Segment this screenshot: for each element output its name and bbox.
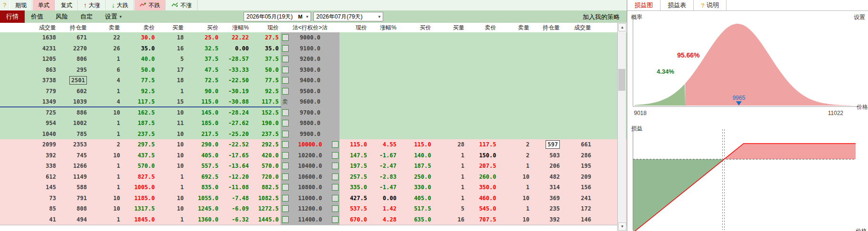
panel-tab-2[interactable]: 损益表 — [660, 0, 694, 10]
call-bid-price: 405.0 — [398, 193, 433, 204]
put-select-checkbox[interactable] — [281, 118, 290, 129]
put-last-price: 92.5 — [251, 86, 281, 97]
option-row-10200.0[interactable]: 39274510437.510405.0-17.65420.010200.014… — [0, 150, 627, 161]
nav-tab-1[interactable]: 行情 — [0, 10, 25, 23]
vertical-scrollbar[interactable]: ▲ ▼ — [617, 23, 626, 231]
option-row-9000.0[interactable]: 16386712230.01825.022.2227.59000.0 — [0, 32, 627, 43]
call-select-checkbox[interactable] — [330, 182, 340, 193]
call-last-price: 147.5 — [340, 150, 369, 161]
put-select-checkbox[interactable] — [281, 182, 290, 193]
put-select-checkbox[interactable] — [281, 193, 290, 204]
call-select-checkbox[interactable] — [330, 172, 340, 183]
strike-price: 9500.0 — [290, 86, 330, 97]
strike-column-header: 沽<行权价>沽 — [281, 23, 340, 32]
nav-tab-label: 价值 — [31, 12, 43, 21]
put-select-checkbox[interactable] — [281, 75, 290, 86]
toolbar-button-3[interactable]: 复式 — [55, 0, 78, 10]
call-open-interest: 392 — [531, 214, 562, 225]
put-change-percent: -12.20 — [220, 172, 251, 183]
put-select-checkbox[interactable] — [281, 150, 290, 161]
call-volume: 661 — [562, 139, 604, 150]
option-row-9700.0[interactable]: 72588610162.510145.0-28.24152.59700.0 — [0, 107, 627, 118]
option-row-11000.0[interactable]: 73791101185.0101055.0-7.481082.511000.04… — [0, 193, 627, 204]
toolbar-button-1[interactable]: 期现 — [9, 0, 32, 10]
scroll-up-arrow-icon[interactable]: ▲ — [618, 23, 626, 31]
call-select-checkbox[interactable] — [330, 150, 340, 161]
month-select-far[interactable]: 2026年07月(79天) ▼ — [313, 12, 383, 21]
call-select-checkbox[interactable] — [330, 161, 340, 172]
strike-price: 10000.0 — [290, 139, 330, 150]
strike-price: 9400.0 — [290, 75, 330, 86]
nav-tab-3[interactable]: 风险 — [49, 10, 74, 23]
option-row-9500.0[interactable]: 779602192.5190.0-30.1992.59500.0 — [0, 86, 627, 97]
put-ask-price: 187.5 — [122, 118, 157, 129]
put-select-checkbox[interactable] — [281, 129, 290, 140]
call-open-interest: 597 — [531, 139, 562, 150]
call-select-checkbox[interactable] — [330, 214, 340, 225]
checkbox-icon — [282, 56, 289, 62]
put-select-checkbox[interactable] — [281, 172, 290, 183]
call-select-checkbox[interactable] — [330, 203, 340, 214]
put-select-checkbox[interactable] — [281, 139, 290, 150]
call-select-checkbox — [330, 118, 340, 129]
call-ask-volume: 2 — [498, 139, 531, 150]
put-select-checkbox[interactable] — [281, 65, 290, 76]
put-change-percent: -6.32 — [220, 214, 251, 225]
put-select-checkbox[interactable] — [281, 54, 290, 65]
nav-tab-2[interactable]: 价值 — [25, 10, 49, 23]
option-row-9600.0[interactable]: 134910394117.515115.0-30.88117.5卖9600.0 — [0, 96, 627, 107]
put-select-checkbox[interactable] — [281, 203, 290, 214]
put-ask-price: 437.5 — [122, 150, 157, 161]
option-row-9200.0[interactable]: 1205806140.0537.5-28.5737.59200.0 — [0, 54, 627, 65]
put-bid-volume: 1 — [157, 182, 186, 193]
toolbar-button-4[interactable]: ↑大涨 — [78, 0, 106, 10]
panel-tab-1[interactable]: 损益图 — [627, 0, 660, 10]
option-row-10600.0[interactable]: 61211491827.51692.5-12.20720.010600.0257… — [0, 172, 627, 183]
toolbar-button-6[interactable]: 不跌 — [134, 0, 166, 10]
put-last-price: 570.0 — [251, 161, 281, 172]
toolbar-button-label: 不涨 — [180, 1, 192, 10]
column-header-right-8: 成交量 — [562, 23, 604, 32]
chevron-down-icon[interactable]: ▼ — [376, 15, 383, 19]
column-header-left-2: 持仓量 — [58, 23, 89, 32]
option-row-9100.0[interactable]: 423122702635.01632.50.0035.09100.0 — [0, 43, 627, 54]
scrollbar-thumb[interactable] — [618, 69, 625, 91]
toolbar-button-2[interactable]: 单式 — [32, 0, 55, 10]
put-select-checkbox[interactable]: 卖 — [281, 96, 290, 107]
call-select-checkbox — [330, 75, 340, 86]
option-row-10400.0[interactable]: 33812661570.010557.5-13.64570.010400.019… — [0, 161, 627, 172]
nav-tab-4[interactable]: 自定 — [74, 10, 99, 23]
add-to-strategy-button[interactable]: 加入我的策略 — [567, 12, 620, 22]
option-row-10800.0[interactable]: 14558811005.01835.0-11.08882.510800.0335… — [0, 182, 627, 193]
atm-divider-line — [0, 106, 281, 107]
option-row-9900.0[interactable]: 10407851237.510217.5-25.20237.59900.0 — [0, 129, 627, 140]
nav-tab-5[interactable]: 设置▼ — [99, 10, 129, 23]
option-row-11400.0[interactable]: 4149411845.011360.0-6.321445.011400.0670… — [0, 214, 627, 225]
month-select-near[interactable]: 2026年05月(19天) M ▼ — [244, 12, 311, 21]
help-icon[interactable]: ? — [0, 0, 9, 10]
put-select-checkbox[interactable] — [281, 214, 290, 225]
call-bid-volume: 1 — [433, 172, 466, 183]
call-select-checkbox[interactable] — [330, 193, 340, 204]
option-row-9300.0[interactable]: 863295650.01747.5-33.3350.09300.0 — [0, 65, 627, 76]
zigzag-down-icon — [171, 2, 179, 9]
toolbar-button-5[interactable]: ↓大跌 — [106, 0, 134, 10]
put-select-checkbox[interactable] — [281, 107, 290, 118]
chevron-down-icon[interactable]: ▼ — [304, 15, 311, 19]
put-select-checkbox[interactable] — [281, 43, 290, 54]
scroll-down-arrow-icon[interactable]: ▼ — [618, 222, 626, 231]
panel-tab-label: 说明 — [707, 1, 719, 10]
option-row-10000.0[interactable]: 209923532297.510290.0-22.52292.510000.01… — [0, 139, 627, 150]
put-volume: 145 — [0, 182, 58, 193]
toolbar-button-7[interactable]: 不涨 — [166, 0, 198, 10]
option-row-9800.0[interactable]: 95410021187.511185.0-27.62190.09800.0 — [0, 118, 627, 129]
put-select-checkbox[interactable] — [281, 161, 290, 172]
option-row-9400.0[interactable]: 37382501477.51872.5-22.5077.59400.0 — [0, 75, 627, 86]
panel-tab-3[interactable]: ?说明 — [694, 0, 726, 10]
option-row-11200.0[interactable]: 85808101317.5101245.0-6.091272.511200.05… — [0, 203, 627, 214]
put-select-checkbox[interactable] — [281, 86, 290, 97]
call-ask-volume: 10 — [498, 172, 531, 183]
call-select-checkbox[interactable] — [330, 139, 340, 150]
put-select-checkbox[interactable] — [281, 32, 290, 43]
put-change-percent: 22.22 — [220, 32, 251, 43]
